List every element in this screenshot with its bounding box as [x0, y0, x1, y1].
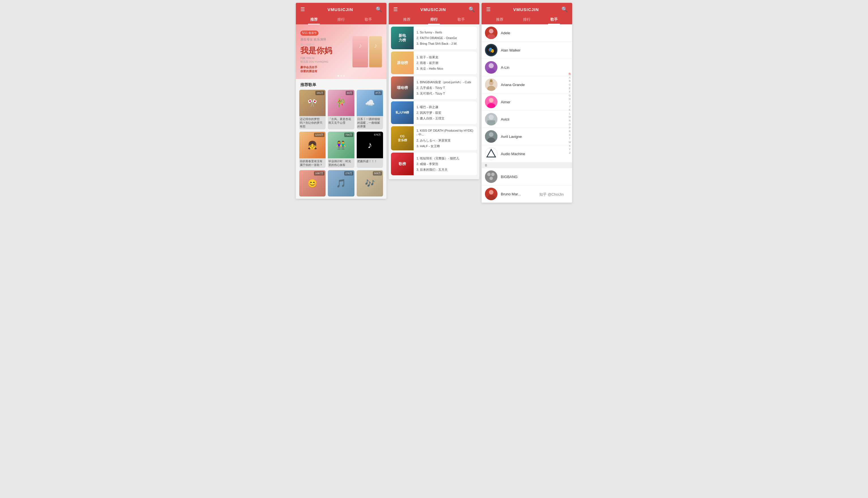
chart-cover-electric: 新电力榜 — [391, 27, 413, 49]
alpha-S[interactable]: S — [568, 133, 571, 137]
artist-item-bigbang[interactable]: BIGBANG — [482, 168, 572, 185]
chart-cover-hiphop: 嘻哈榜 — [391, 76, 413, 99]
artist-item-ariana[interactable]: Ariana Grande — [482, 76, 572, 93]
chart-item-djlist[interactable]: 私人FM榜 1. 哑巴 - 薛之谦 2. 因风守梦 - 双笙 3. 庸人自扰 -… — [391, 101, 477, 124]
alpha-J[interactable]: J — [568, 105, 571, 108]
menu-icon-2[interactable]: ☰ — [393, 6, 398, 12]
list-item[interactable]: ☁️ 47万 日系丨一调祥细细的温暖，一曲细腻的厚重 — [357, 90, 383, 129]
alpha-N[interactable]: N — [568, 119, 571, 122]
tab-recommend-3[interactable]: 推荐 — [494, 15, 505, 24]
avatar-avicii — [485, 113, 497, 126]
chart-song: 1. KISS OF DEATH (Produced by HYDE) - 中.… — [417, 129, 474, 137]
svg-point-14 — [489, 98, 494, 103]
banner-main-title: 我是你妈 — [300, 47, 353, 55]
alpha-O[interactable]: O — [568, 122, 571, 126]
chart-songs-cg: 1. KISS OF DEATH (Produced by HYDE) - 中.… — [413, 126, 477, 150]
alpha-I[interactable]: I — [568, 101, 571, 104]
chart-item-hiphop[interactable]: 嘻哈榜 1. BINGBIAN病变（prod.jurrivh）- Cubi 2.… — [391, 76, 477, 99]
chart-song: 2. FAITH ORANGE - OranGe — [417, 36, 474, 40]
alpha-X[interactable]: X — [568, 144, 571, 147]
alpha-C[interactable]: C — [568, 83, 571, 87]
playlist-count-9: 509万 — [373, 171, 382, 175]
tab-recommend-1[interactable]: 推荐 — [308, 15, 320, 24]
chart-item-cg[interactable]: CG音乐榜 1. KISS OF DEATH (Produced by HYDE… — [391, 126, 477, 150]
alpha-L[interactable]: L — [568, 112, 571, 115]
alpha-R[interactable]: R — [568, 130, 571, 133]
search-icon-1[interactable]: 🔍 — [376, 6, 382, 12]
tab-artist-1[interactable]: 歌手 — [363, 15, 374, 24]
tabs-3: 推荐 排行 歌手 — [486, 15, 568, 24]
list-item[interactable]: 🎶 509万 — [357, 170, 383, 196]
alpha-W[interactable]: W — [568, 141, 571, 144]
alpha-P[interactable]: P — [568, 126, 571, 130]
tab-chart-3[interactable]: 排行 — [521, 15, 533, 24]
list-item[interactable]: ♪ 575万 把酱抖虚！！！ — [357, 132, 383, 168]
alpha-A[interactable]: A — [568, 76, 571, 79]
header-2: ☰ VMUSICJIN 🔍 推荐 排行 歌手 — [389, 3, 479, 24]
chart-item-original[interactable]: 原创榜 1. 双子 - 徐果龙 2. 雨巷 - 崔开潮 3. 光尘 - Hell… — [391, 52, 477, 74]
chart-song: 3. Bring That Sh!t Back - J.W. — [417, 42, 474, 45]
playlist-count-5: 734万 — [344, 133, 353, 137]
banner-text: 5/11 母亲节 亲生母女 欢乐演绎 有一种爱叫 我是你妈 闫妮 YAN NI … — [300, 30, 353, 73]
alpha-hot[interactable]: 热 — [568, 73, 571, 76]
menu-icon-1[interactable]: ☰ — [300, 6, 305, 12]
svg-point-26 — [491, 173, 495, 176]
artist-item-avicii[interactable]: Avicii — [482, 111, 572, 128]
chart-item-electric[interactable]: 新电力榜 1. So funny - Xerls 2. FAITH ORANGE… — [391, 27, 477, 49]
alpha-Z[interactable]: Z — [568, 152, 571, 155]
tab-chart-2[interactable]: 排行 — [428, 15, 440, 24]
artist-name-avicii: Avicii — [501, 117, 569, 121]
alpha-G[interactable]: G — [568, 94, 571, 97]
alpha-T[interactable]: T — [568, 137, 571, 141]
banner-subtitle: 亲生母女 欢乐演绎 — [300, 37, 353, 42]
artist-item-walker[interactable]: 🎭 Alan Walker — [482, 42, 572, 59]
artist-name-avril: Avril Lavigne — [501, 134, 569, 139]
tab-recommend-2[interactable]: 推荐 — [401, 15, 413, 24]
list-item[interactable]: 🎋 33万 「古风」雾是杏花雨又见千山雪 — [328, 90, 354, 129]
playlist-count-2: 33万 — [346, 91, 353, 95]
svg-point-29 — [489, 190, 494, 195]
alpha-M[interactable]: M — [568, 116, 571, 119]
chart-song: 1. 纸短情长（完整版）- 烟把儿 — [417, 156, 474, 160]
chart-item-popular[interactable]: 歌榜 1. 纸短情长（完整版）- 烟把儿 2. 戒烟 - 李荣浩 3. 后来的我… — [391, 153, 477, 175]
figure-2 — [369, 36, 382, 67]
chart-list: 新电力榜 1. So funny - Xerls 2. FAITH ORANGE… — [389, 24, 479, 179]
banner[interactable]: 5/11 母亲节 亲生母女 欢乐演绎 有一种爱叫 我是你妈 闫妮 YAN NI … — [296, 24, 386, 79]
artist-name-aimer: Aimer — [501, 100, 569, 104]
list-item[interactable]: 👧 1215万 你的青春里有没有属于你的一首歌？ — [299, 132, 326, 168]
banner-ticket: 你要的票这有 — [300, 69, 353, 73]
tab-artist-3[interactable]: 歌手 — [548, 15, 560, 24]
alpha-B[interactable]: B — [568, 80, 571, 83]
alpha-F[interactable]: F — [568, 90, 571, 94]
artist-item-aimer[interactable]: Aimer — [482, 93, 572, 111]
artist-item-alin[interactable]: A-Lin — [482, 59, 572, 76]
alpha-H[interactable]: H — [568, 97, 571, 101]
app-title-1: VMUSICJIN — [328, 7, 353, 12]
alpha-E[interactable]: E — [568, 87, 571, 90]
artist-item-audio-machine[interactable]: Audio Machine — [482, 145, 572, 162]
chart-song: 2. 因风守梦 - 双笙 — [417, 111, 474, 115]
artist-list: Adele 🎭 Alan Walker — [482, 24, 572, 203]
alpha-sidebar: 热 A B C E F G H I J K L M N O P R S T W … — [568, 73, 571, 155]
list-item[interactable]: 🎌 191万 还记得你的梦想吗？别让你的梦只有想 — [299, 90, 326, 129]
svg-text:🎭: 🎭 — [488, 47, 495, 53]
alpha-K[interactable]: K — [568, 108, 571, 112]
artist-name-walker: Alan Walker — [501, 48, 569, 52]
artist-item-avril[interactable]: Avril Lavigne — [482, 128, 572, 145]
artist-name-audio-machine: Audio Machine — [501, 152, 569, 156]
list-item[interactable]: 😊 1087万 — [299, 170, 326, 196]
alpha-Y[interactable]: Y — [568, 148, 571, 151]
tab-chart-1[interactable]: 排行 — [335, 15, 347, 24]
menu-icon-3[interactable]: ☰ — [486, 6, 491, 12]
search-icon-3[interactable]: 🔍 — [562, 6, 568, 12]
list-item[interactable]: 👫 734万 毕业倒计时：时光里的伤心旅客 — [328, 132, 354, 168]
avatar-audio-machine — [485, 147, 497, 160]
artist-item-adele[interactable]: Adele — [482, 24, 572, 42]
tab-artist-2[interactable]: 歌手 — [455, 15, 467, 24]
header-3: ☰ VMUSICJIN 🔍 推荐 排行 歌手 — [482, 3, 572, 24]
playlist-count-7: 1087万 — [314, 171, 325, 175]
content-1: 5/11 母亲节 亲生母女 欢乐演绎 有一种爱叫 我是你妈 闫妮 YAN NI … — [296, 24, 386, 199]
list-item[interactable]: 🎵 278万 — [328, 170, 354, 196]
search-icon-2[interactable]: 🔍 — [469, 6, 475, 12]
content-2: 新电力榜 1. So funny - Xerls 2. FAITH ORANGE… — [389, 24, 479, 179]
